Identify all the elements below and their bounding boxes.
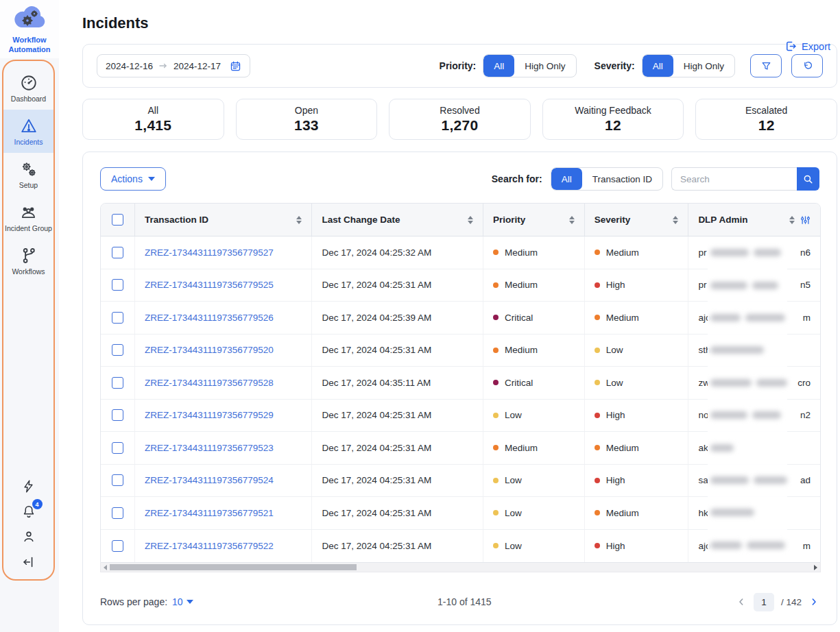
severity-dot	[595, 348, 600, 353]
priority-toggle: All High Only	[483, 54, 576, 77]
scrollbar-thumb[interactable]	[110, 564, 357, 570]
sidebar-item-dashboard[interactable]: Dashboard	[3, 66, 53, 110]
next-page-button[interactable]	[808, 596, 819, 607]
date-from: 2024-12-16	[106, 61, 153, 71]
priority-dot	[493, 380, 499, 385]
column-settings-sliders-icon[interactable]	[800, 215, 811, 226]
sort-icon[interactable]	[468, 216, 473, 224]
chevron-down-icon	[187, 600, 193, 604]
severity-value: High	[606, 541, 625, 551]
column-header-priority[interactable]: Priority	[483, 204, 585, 236]
previous-page-button[interactable]	[736, 596, 747, 607]
severity-dot	[595, 282, 600, 288]
sort-icon[interactable]	[569, 216, 575, 224]
table-wrap: Transaction ID Last Change Date Priority…	[100, 203, 819, 572]
priority-dot	[493, 510, 499, 515]
sidebar-item-incidents[interactable]: Incidents	[3, 110, 53, 153]
export-button[interactable]: Export	[784, 40, 830, 53]
search-button[interactable]	[797, 167, 819, 191]
reset-undo-icon	[802, 60, 813, 72]
severity-value: High	[606, 475, 625, 485]
summary-card-escalated[interactable]: Escalated 12	[695, 99, 837, 140]
severity-toggle: All High Only	[642, 54, 735, 77]
severity-high-only-option[interactable]: High Only	[673, 55, 734, 77]
priority-dot	[493, 543, 499, 548]
sort-icon[interactable]	[296, 216, 302, 224]
transaction-id-link[interactable]: ZREZ-17344311197356779523	[145, 443, 274, 453]
severity-filter-label: Severity:	[595, 60, 635, 71]
row-checkbox[interactable]	[112, 507, 123, 519]
last-change-date: Dec 17, 2024 04:35:11 AM	[312, 367, 483, 399]
summary-card-open[interactable]: Open 133	[236, 99, 378, 140]
app-name-line2: Automation	[0, 45, 59, 54]
transaction-id-link[interactable]: ZREZ-17344311197356779527	[145, 247, 274, 258]
gears-icon	[20, 160, 38, 178]
severity-value: Medium	[606, 508, 639, 518]
row-checkbox[interactable]	[112, 312, 123, 324]
current-page-box[interactable]: 1	[754, 593, 774, 611]
actions-dropdown-button[interactable]: Actions	[100, 167, 166, 191]
severity-value: Low	[606, 345, 623, 355]
pagination: 1 / 142	[736, 593, 819, 611]
advanced-filter-button[interactable]	[750, 54, 782, 77]
transaction-id-link[interactable]: ZREZ-17344311197356779520	[145, 345, 274, 355]
reset-filters-button[interactable]	[791, 54, 823, 77]
export-label: Export	[802, 41, 830, 52]
row-checkbox[interactable]	[112, 409, 123, 421]
sidebar-item-label: Setup	[19, 181, 38, 189]
summary-value: 12	[605, 117, 621, 134]
column-header-severity[interactable]: Severity	[585, 204, 689, 236]
horizontal-scrollbar[interactable]	[100, 563, 821, 572]
date-range-picker[interactable]: 2024-12-16 2024-12-17	[97, 54, 250, 77]
sidebar-item-workflows[interactable]: Workflows	[3, 239, 53, 282]
page-title: Incidents	[82, 14, 837, 33]
transaction-id-link[interactable]: ZREZ-17344311197356779525	[145, 280, 274, 290]
summary-card-all[interactable]: All 1,415	[82, 99, 224, 140]
row-checkbox[interactable]	[112, 377, 123, 389]
sidebar-item-label: Incident Group	[5, 224, 52, 232]
sidebar-item-label: Dashboard	[11, 95, 46, 103]
row-checkbox[interactable]	[112, 540, 123, 552]
priority-high-only-option[interactable]: High Only	[514, 55, 575, 77]
summary-card-resolved[interactable]: Resolved 1,270	[389, 99, 531, 140]
transaction-id-link[interactable]: ZREZ-17344311197356779522	[145, 541, 274, 551]
priority-dot	[493, 413, 499, 418]
transaction-id-link[interactable]: ZREZ-17344311197356779521	[145, 508, 274, 518]
sidebar-item-incident-group[interactable]: Incident Group	[3, 196, 53, 239]
summary-label: All	[148, 105, 159, 116]
row-checkbox[interactable]	[112, 474, 123, 486]
select-all-checkbox[interactable]	[112, 214, 123, 226]
transaction-id-link[interactable]: ZREZ-17344311197356779524	[145, 475, 274, 485]
search-scope-all-option[interactable]: All	[551, 168, 582, 190]
search-scope-transaction-id-option[interactable]: Transaction ID	[582, 168, 662, 190]
column-header-last-change-date[interactable]: Last Change Date	[312, 204, 483, 236]
summary-card-waiting-feedback[interactable]: Waiting Feedback 12	[542, 99, 684, 140]
severity-dot	[595, 380, 600, 385]
priority-value: Medium	[505, 443, 538, 453]
rows-per-page-select[interactable]: 10	[172, 596, 193, 607]
transaction-id-link[interactable]: ZREZ-17344311197356779529	[145, 410, 274, 420]
row-checkbox[interactable]	[112, 247, 123, 258]
user-profile-icon[interactable]	[21, 529, 36, 544]
notifications-bell-icon[interactable]: 4	[21, 504, 36, 519]
sort-icon[interactable]	[673, 216, 678, 224]
column-header-dlp-admin[interactable]: DLP Admin	[688, 204, 820, 236]
sort-icon[interactable]	[789, 216, 795, 224]
transaction-id-link[interactable]: ZREZ-17344311197356779526	[145, 313, 274, 323]
transaction-id-link[interactable]: ZREZ-17344311197356779528	[145, 378, 274, 388]
row-checkbox[interactable]	[112, 442, 123, 454]
column-label: DLP Admin	[698, 215, 747, 225]
logout-icon[interactable]	[21, 555, 36, 570]
row-checkbox[interactable]	[112, 279, 123, 291]
lightning-bolt-icon[interactable]	[21, 479, 36, 494]
severity-all-option[interactable]: All	[643, 55, 673, 77]
scroll-left-arrow-icon[interactable]	[104, 565, 107, 570]
date-to: 2024-12-17	[173, 61, 221, 71]
scroll-right-arrow-icon[interactable]	[814, 565, 817, 570]
search-input[interactable]	[671, 167, 797, 191]
sidebar-item-setup[interactable]: Setup	[3, 153, 53, 196]
priority-all-option[interactable]: All	[483, 55, 514, 77]
column-header-transaction-id[interactable]: Transaction ID	[135, 204, 313, 236]
row-checkbox[interactable]	[112, 344, 123, 356]
severity-value: High	[606, 410, 625, 420]
